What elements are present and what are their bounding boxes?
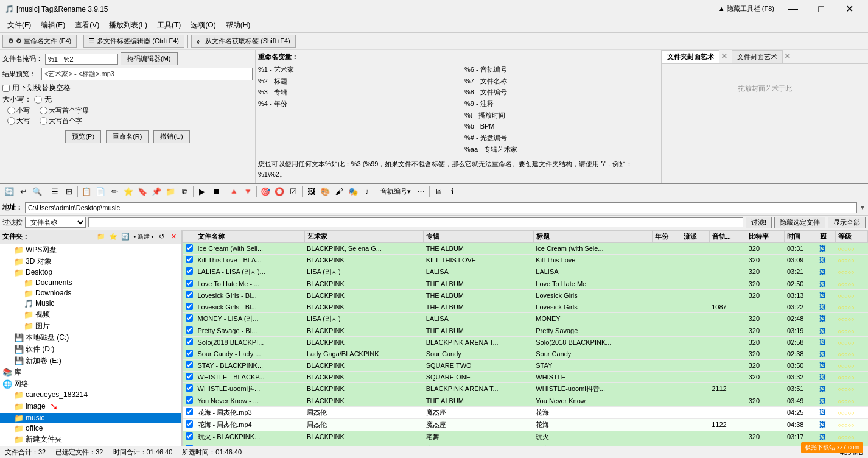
address-input[interactable]	[25, 202, 857, 213]
case-small-radio[interactable]	[7, 107, 15, 114]
case-big-radio[interactable]	[7, 117, 15, 125]
tree-item-music[interactable]: 🎵 Music	[0, 298, 181, 309]
menu-view[interactable]: 查看(V)	[70, 19, 104, 32]
menu-file[interactable]: 文件(F)	[2, 19, 36, 32]
row-checkbox[interactable]	[186, 384, 193, 392]
table-row[interactable]: WHISTLE - BLACKP... BLACKPINK SQUARE ONE…	[183, 371, 868, 382]
tree-close-btn[interactable]: ✕	[168, 231, 179, 242]
close-button[interactable]: ✕	[835, 0, 863, 18]
row-checkbox[interactable]	[186, 303, 193, 310]
col-rating[interactable]: 等级	[835, 230, 867, 242]
cancel-button[interactable]: 撤销(U)	[153, 130, 189, 143]
row-checkbox[interactable]	[186, 408, 193, 415]
row-checkbox[interactable]	[186, 267, 193, 275]
tree-new-btn[interactable]: 📁	[96, 231, 107, 242]
preview-button[interactable]: 预览(P)	[65, 130, 101, 143]
tb-copy2[interactable]: ⧉	[178, 185, 191, 199]
close-tab2-icon[interactable]: ✕	[783, 50, 793, 63]
row-checkbox[interactable]	[186, 361, 193, 368]
tb-circle[interactable]: ⭕	[273, 185, 286, 199]
filter-input[interactable]	[88, 217, 743, 227]
col-title[interactable]: 标题	[533, 230, 653, 242]
get-tags-button[interactable]: 🏷 从文件名获取标签 (Shift+F4)	[191, 35, 296, 48]
filename-mask-input[interactable]	[45, 54, 118, 65]
tree-item-office[interactable]: 📁 office	[0, 423, 181, 434]
filter-hide-button[interactable]: 隐藏选定文件	[774, 217, 825, 228]
tree-item-music-selected[interactable]: 📁 music	[0, 413, 181, 423]
menu-tools[interactable]: 工具(T)	[152, 19, 186, 32]
menu-help[interactable]: 帮助(H)	[221, 19, 256, 32]
tb-play[interactable]: ▶	[195, 185, 209, 199]
tb-refresh[interactable]: 🔄	[2, 185, 16, 199]
col-time[interactable]: 时间	[785, 230, 817, 242]
case-none-radio[interactable]	[34, 96, 42, 104]
tb-img1[interactable]: 🖼	[304, 185, 318, 199]
tb-triangle-down[interactable]: 🔻	[241, 185, 254, 199]
tb-img4[interactable]: 🎭	[346, 185, 360, 199]
tb-img2[interactable]: 🎨	[318, 185, 332, 199]
tree-item-wps[interactable]: 📁 WPS网盘	[0, 244, 181, 256]
filter-field-select[interactable]: 文件名称 艺术家 标题	[25, 217, 86, 228]
col-artist[interactable]: 艺术家	[304, 230, 424, 242]
table-row[interactable]: LALISA - LISA (리사)... LISA (리사) LALISA L…	[183, 266, 868, 278]
filter-apply-button[interactable]: 过滤!	[746, 217, 772, 228]
table-row[interactable]: Solo(2018 BLACKPI... BLACKPINK BLACKPINK…	[183, 336, 868, 348]
row-checkbox[interactable]	[186, 432, 193, 440]
table-row[interactable]: 花海 - 周杰伦.mp3 周杰伦 魔杰座 花海 04:25 🖼 ○○○○○	[183, 406, 868, 418]
col-bitrate[interactable]: 比特率	[746, 230, 785, 242]
table-row[interactable]: You Never Know - ... BLACKPINK THE ALBUM…	[183, 395, 868, 406]
col-genre[interactable]: 流派	[681, 230, 710, 242]
tree-item-edrive[interactable]: 💾 新加卷 (E:)	[0, 355, 181, 367]
menu-options[interactable]: 选项(O)	[186, 19, 220, 32]
address-dropdown-icon[interactable]: ▼	[859, 204, 866, 211]
tb-pin[interactable]: 📌	[150, 185, 163, 199]
col-album[interactable]: 专辑	[424, 230, 534, 242]
table-row[interactable]: Lovesick Girls - Bl... BLACKPINK THE ALB…	[183, 289, 868, 301]
tb-target[interactable]: 🎯	[259, 185, 272, 199]
tree-item-new-folder[interactable]: 📁 新建文件夹	[0, 434, 181, 445]
table-row[interactable]: Kill This Love - BLA... BLACKPINK KILL T…	[183, 254, 868, 266]
col-check[interactable]	[183, 230, 195, 242]
row-checkbox[interactable]	[186, 396, 193, 404]
tb-check[interactable]: ☑	[287, 185, 300, 199]
tb-pencil[interactable]: ✏	[108, 185, 121, 199]
row-checkbox[interactable]	[186, 338, 193, 345]
row-checkbox[interactable]	[186, 256, 193, 263]
tb-star[interactable]: ⭐	[122, 185, 135, 199]
tree-item-pictures[interactable]: 📁 图片	[0, 320, 181, 332]
tree-item-documents[interactable]: 📁 Documents	[0, 278, 181, 288]
row-checkbox[interactable]	[186, 244, 193, 252]
table-row[interactable]: WHISTLE-uoomi抖... BLACKPINK BLACKPINK AR…	[183, 382, 868, 395]
underscore-checkbox[interactable]	[2, 85, 10, 92]
tree-refresh-btn[interactable]: ↺	[156, 231, 167, 242]
tb-img3[interactable]: 🖌	[332, 185, 346, 199]
row-checkbox[interactable]	[186, 280, 193, 287]
case-first-cap-radio[interactable]	[40, 107, 47, 114]
table-row[interactable]: Sour Candy - Lady ... Lady Gaga/BLACKPIN…	[183, 348, 868, 359]
maximize-button[interactable]: □	[807, 0, 835, 18]
tree-item-desktop[interactable]: 📁 Desktop	[0, 267, 181, 278]
tb-music[interactable]: ♪	[360, 185, 374, 199]
tb-monitor[interactable]: 🖥	[432, 185, 445, 199]
rename-files-button[interactable]: ⚙ ⚙ 重命名文件 (F4)	[2, 35, 77, 48]
menu-edit[interactable]: 编辑(E)	[36, 19, 70, 32]
col-track[interactable]: 音轨...	[709, 230, 746, 242]
table-row[interactable]: 花海 - 周杰伦.mp4 周杰伦 魔杰座 花海 1122 04:38 🖼 ○○○…	[183, 418, 868, 431]
row-checkbox[interactable]	[186, 350, 193, 357]
row-checkbox[interactable]	[186, 326, 193, 334]
tb-paste[interactable]: 📄	[94, 185, 107, 199]
table-row[interactable]: Lovesick Girls - Bl... BLACKPINK THE ALB…	[183, 301, 868, 312]
tb-triangle-up[interactable]: 🔺	[227, 185, 240, 199]
filter-show-all-button[interactable]: 显示全部	[828, 217, 866, 228]
cover-tab-folder[interactable]: 文件夹封面艺术	[662, 50, 719, 63]
col-filename[interactable]: 文件名称	[195, 230, 305, 242]
col-year[interactable]: 年份	[653, 230, 681, 242]
tb-dots[interactable]: ⋯	[414, 185, 427, 199]
tree-item-ddrive[interactable]: 💾 软件 (D:)	[0, 344, 181, 355]
table-row[interactable]: Love To Hate Me - ... BLACKPINK THE ALBU…	[183, 278, 868, 289]
tree-item-network[interactable]: 🌐 网络	[0, 378, 181, 390]
table-row[interactable]: 玩火 - BLACKPINK... BLACKPINK 宅舞 玩火 320 03…	[183, 431, 868, 443]
tree-new-label[interactable]: • 新建 •	[133, 233, 153, 241]
tb-copy[interactable]: 📋	[80, 185, 93, 199]
rename-button[interactable]: 重命名(R)	[106, 130, 149, 143]
